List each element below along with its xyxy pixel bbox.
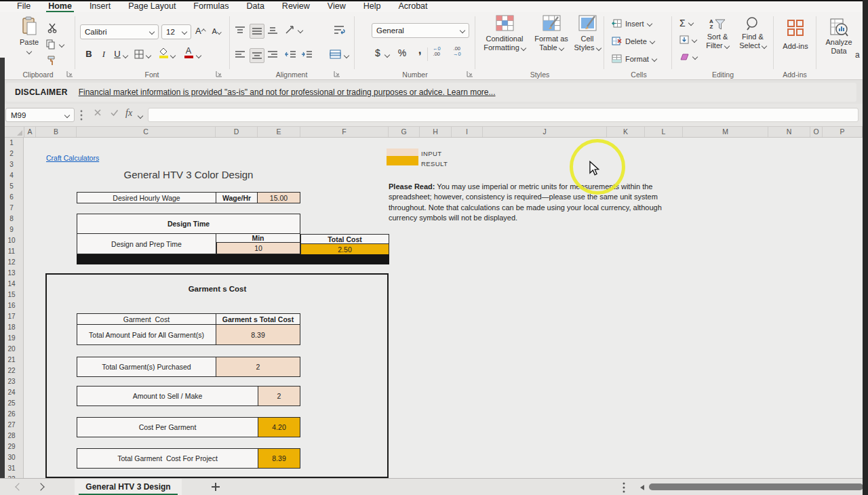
clear-button[interactable] [679, 53, 697, 61]
chevron-down-icon[interactable] [196, 53, 201, 58]
menu-tab-formulas[interactable]: Formulas [184, 1, 237, 12]
more-sheets-icon[interactable] [623, 482, 625, 493]
dialog-launcher-number[interactable] [467, 71, 473, 77]
insert-function-button[interactable]: fx [125, 108, 132, 119]
accounting-format-button[interactable]: $ [372, 46, 384, 61]
copy-button[interactable] [46, 39, 56, 50]
format-as-table-button[interactable]: Format asTable [532, 15, 571, 52]
total-cost-header-cell[interactable]: Total Cost [301, 235, 389, 243]
min-header-cell[interactable]: Min [216, 234, 300, 243]
grow-font-button[interactable]: A [194, 24, 206, 39]
garment-row-label-cell[interactable]: Total Garment Cost For Project [77, 449, 258, 468]
menu-tab-data[interactable]: Data [237, 1, 273, 12]
menu-tab-review[interactable]: Review [273, 1, 319, 12]
align-right-button[interactable] [267, 50, 278, 60]
wage-label-cell[interactable]: Desired Hourly Wage [77, 193, 216, 203]
garment-row-value-cell[interactable]: 8.39 [216, 325, 300, 344]
align-top-button[interactable] [235, 26, 245, 35]
column-header-C[interactable]: C [77, 127, 216, 137]
format-painter-button[interactable] [47, 56, 56, 66]
chevron-down-icon[interactable] [146, 53, 151, 58]
menu-tab-insert[interactable]: Insert [81, 1, 119, 12]
design-time-header-cell[interactable]: Design Time [77, 214, 300, 233]
column-header-M[interactable]: M [683, 127, 768, 137]
sheet-tab-general-htv-3-design[interactable]: General HTV 3 Design [75, 479, 182, 495]
next-sheet-icon[interactable] [37, 483, 44, 490]
chevron-down-icon[interactable] [344, 53, 349, 58]
wrap-text-button[interactable] [334, 24, 345, 35]
column-header-J[interactable]: J [483, 127, 607, 137]
garment-header-label-cell[interactable]: Garment Cost [77, 314, 216, 324]
column-header-L[interactable]: L [645, 127, 683, 137]
fill-button[interactable] [679, 35, 696, 44]
bold-button[interactable]: B [83, 47, 95, 62]
percent-style-button[interactable]: % [396, 46, 408, 61]
scroll-left-icon[interactable] [640, 485, 644, 490]
garment-row-value-cell[interactable]: 4.20 [258, 418, 300, 437]
cell-styles-button[interactable]: CellStyles [572, 15, 602, 52]
italic-button[interactable]: I [98, 47, 110, 62]
name-box[interactable]: M99 [5, 108, 75, 122]
chevron-down-icon[interactable] [59, 42, 64, 47]
dialog-launcher-alignment[interactable] [334, 71, 340, 77]
column-header-I[interactable]: I [452, 127, 483, 137]
chevron-down-icon[interactable] [123, 53, 128, 58]
column-header-E[interactable]: E [258, 127, 300, 137]
cut-button[interactable] [47, 23, 58, 33]
analyze-data-button[interactable]: AnalyzeData [821, 18, 857, 56]
garment-row-value-cell[interactable]: 2 [216, 357, 300, 376]
increase-decimal-button[interactable]: ←0.00 [433, 46, 441, 57]
garment-row-label-cell[interactable]: Total Amount Paid for All Garment(s) [77, 325, 216, 344]
craft-calculators-link[interactable]: Craft Calculators [46, 154, 99, 162]
column-header-K[interactable]: K [607, 127, 645, 137]
font-name-select[interactable]: Calibri [80, 24, 159, 39]
menu-tab-page-layout[interactable]: Page Layout [119, 1, 184, 12]
menu-tab-view[interactable]: View [319, 1, 355, 12]
decrease-decimal-button[interactable]: .00→0 [453, 46, 461, 57]
font-color-button[interactable]: A [183, 46, 194, 58]
underline-button[interactable]: U [111, 47, 123, 62]
total-cost-value-cell[interactable]: 2.50 [301, 244, 389, 254]
merge-center-button[interactable] [330, 50, 341, 59]
menu-tab-help[interactable]: Help [355, 1, 390, 12]
chevron-down-icon[interactable] [138, 113, 143, 119]
add-ins-button[interactable]: Add-ins [778, 19, 812, 50]
column-header-B[interactable]: B [36, 127, 77, 137]
insert-cells-button[interactable]: Insert [612, 19, 652, 28]
align-middle-button[interactable] [250, 24, 264, 39]
delete-cells-button[interactable]: Delete [612, 37, 654, 45]
chevron-down-icon[interactable] [170, 53, 176, 58]
decrease-indent-button[interactable] [285, 50, 296, 60]
column-header-O[interactable]: O [810, 127, 823, 137]
new-sheet-icon[interactable] [212, 483, 220, 491]
align-center-button[interactable] [250, 48, 264, 63]
find-select-button[interactable]: Find &Select [736, 16, 769, 50]
conditional-formatting-button[interactable]: ConditionalFormatting [480, 15, 529, 52]
fill-color-button[interactable] [159, 47, 168, 58]
formula-input[interactable] [148, 108, 859, 122]
column-header-P[interactable]: P [823, 127, 863, 137]
more-options-icon[interactable] [80, 110, 83, 121]
garment-header-value-cell[interactable]: Garment s Total Cost [216, 314, 300, 324]
column-header-F[interactable]: F [300, 127, 389, 137]
comma-style-button[interactable]: , [414, 43, 426, 58]
increase-indent-button[interactable] [301, 50, 313, 60]
menu-tab-home[interactable]: Home [39, 1, 81, 12]
column-header-A[interactable]: A [24, 127, 36, 137]
orientation-button[interactable] [285, 24, 296, 35]
format-cells-button[interactable]: Format [612, 54, 656, 63]
dialog-launcher-font[interactable] [216, 71, 222, 77]
confirm-entry-icon[interactable] [110, 108, 119, 117]
garment-row-label-cell[interactable]: Cost Per Garment [77, 418, 258, 437]
chevron-down-icon[interactable] [384, 52, 390, 58]
column-header-D[interactable]: D [216, 127, 258, 137]
column-header-N[interactable]: N [768, 127, 810, 137]
garment-row-value-cell[interactable]: 8.39 [258, 449, 300, 468]
number-format-select[interactable]: General [372, 23, 469, 38]
borders-button[interactable] [134, 50, 144, 59]
paste-button[interactable]: Paste [14, 16, 45, 54]
shrink-font-button[interactable]: A [210, 24, 222, 39]
cancel-entry-icon[interactable] [94, 108, 102, 117]
autosum-button[interactable]: Σ [679, 18, 693, 28]
wage-value-cell[interactable]: 15.00 [257, 193, 300, 203]
